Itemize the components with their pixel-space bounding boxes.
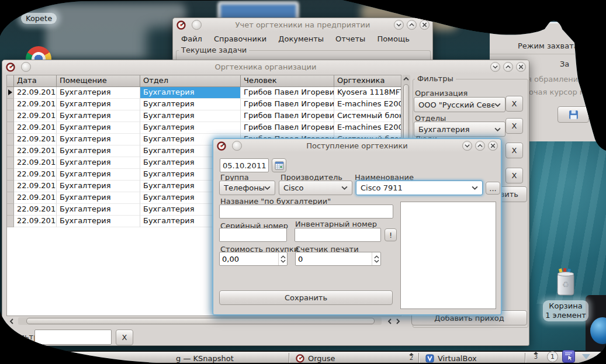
filter-clear-button[interactable]: X bbox=[116, 330, 133, 345]
save-button[interactable]: Сохранить bbox=[219, 290, 393, 305]
cell-room[interactable]: Бухгалтерия bbox=[57, 181, 140, 192]
cell-date[interactable]: 22.09.2011 bbox=[14, 181, 57, 192]
name-combobox[interactable]: Cisco 7911 bbox=[356, 181, 483, 195]
window-menu-button[interactable] bbox=[192, 20, 202, 30]
desktop-icon-trash[interactable]: ♻ Корзина 1 элемент bbox=[541, 268, 591, 321]
date-input[interactable] bbox=[220, 158, 269, 172]
column-header[interactable] bbox=[7, 75, 14, 86]
cell-date[interactable]: 22.09.2011 bbox=[14, 134, 57, 145]
cell-equipment[interactable]: E-machines E200H bbox=[334, 99, 401, 110]
cell-person[interactable]: Грибов Павел Игоревич bbox=[241, 99, 334, 110]
menu-item[interactable]: Отчеты bbox=[330, 33, 371, 44]
serial-input[interactable] bbox=[219, 228, 287, 242]
row-selector[interactable] bbox=[7, 87, 14, 99]
spin-arrows[interactable] bbox=[278, 252, 287, 265]
minimize-button[interactable] bbox=[394, 20, 404, 30]
row-selector[interactable] bbox=[7, 134, 14, 145]
inventory-input[interactable] bbox=[295, 228, 381, 242]
tray-expand-badge[interactable]: 3 bbox=[534, 352, 538, 359]
menu-item[interactable]: Помощь bbox=[371, 33, 415, 44]
window-count-badge[interactable]: 2 bbox=[409, 353, 414, 360]
table-header[interactable]: ДатаПомещениеОтделЧеловекОргтехника bbox=[7, 75, 401, 87]
close-button[interactable] bbox=[516, 62, 526, 72]
cell-equipment[interactable]: Kyosera 1118MFT bbox=[334, 87, 401, 99]
print-counter-value[interactable] bbox=[296, 252, 372, 265]
cell-date[interactable]: 22.09.2011 bbox=[14, 122, 57, 134]
desktop-icon-kopete[interactable]: Kopete bbox=[21, 13, 57, 24]
row-selector[interactable] bbox=[7, 216, 14, 227]
cell-person[interactable]: Грибов Павел Игоревич bbox=[241, 122, 334, 134]
trash-label[interactable]: Корзина 1 элемент bbox=[543, 300, 588, 321]
cell-dept[interactable]: Бухгалтерия bbox=[140, 99, 241, 110]
organization-clear-button[interactable]: X bbox=[505, 96, 523, 112]
cell-room[interactable]: Бухгалтерия bbox=[57, 216, 140, 227]
cell-dept[interactable]: Бухгалтерия bbox=[140, 110, 241, 122]
close-button[interactable] bbox=[420, 20, 430, 30]
titlebar[interactable]: Учет оргтехники на предприятии bbox=[173, 18, 432, 32]
cell-room[interactable]: Бухгалтерия bbox=[57, 122, 140, 134]
minimize-button[interactable] bbox=[490, 62, 500, 72]
maximize-button[interactable] bbox=[475, 141, 485, 151]
row-selector[interactable] bbox=[7, 110, 14, 122]
cell-dept[interactable]: Бухгалтерия bbox=[140, 122, 241, 134]
cell-date[interactable]: 22.09.2011 bbox=[14, 110, 57, 122]
menu-item[interactable]: Документы bbox=[272, 33, 330, 44]
group-combobox[interactable]: Телефоны/С bbox=[219, 181, 275, 195]
cell-room[interactable]: Бухгалтерия bbox=[57, 169, 140, 181]
print-counter-spinbox[interactable] bbox=[295, 252, 381, 266]
row-selector[interactable] bbox=[7, 145, 14, 157]
column-header[interactable]: Оргтехника bbox=[334, 75, 401, 86]
cell-person[interactable]: Грибов Павел Игоревич bbox=[241, 87, 334, 99]
cell-room[interactable]: Бухгалтерия bbox=[57, 134, 140, 145]
filter-input[interactable] bbox=[34, 330, 112, 345]
cell-date[interactable]: 22.09.2011 bbox=[14, 216, 57, 227]
row-selector[interactable] bbox=[7, 192, 14, 204]
row-selector[interactable] bbox=[7, 181, 14, 192]
cell-room[interactable]: Бухгалтерия bbox=[57, 87, 140, 99]
horizontal-scrollbar[interactable] bbox=[6, 317, 403, 325]
save-as-button[interactable] bbox=[557, 106, 589, 123]
taskbar-item-virtualbox[interactable]: VirtualBox bbox=[421, 352, 521, 364]
cell-date[interactable]: 22.09.2011 bbox=[14, 157, 57, 169]
cell-room[interactable]: Бухгалтерия bbox=[57, 99, 140, 110]
items-listbox[interactable] bbox=[400, 202, 496, 309]
departments-clear-button[interactable]: X bbox=[505, 118, 523, 134]
cell-date[interactable]: 22.09.2011 bbox=[14, 192, 57, 204]
spin-arrows[interactable] bbox=[372, 252, 380, 265]
cell-dept[interactable]: Бухгалтерия bbox=[140, 87, 241, 99]
row-selector[interactable] bbox=[7, 99, 14, 110]
cell-date[interactable]: 22.09.2011 bbox=[14, 99, 57, 110]
row-selector[interactable] bbox=[7, 122, 14, 134]
row-selector[interactable] bbox=[7, 157, 14, 169]
maximize-button[interactable] bbox=[503, 62, 513, 72]
titlebar[interactable]: Оргтехника организации bbox=[2, 60, 529, 74]
row-selector[interactable] bbox=[7, 169, 14, 181]
cell-person[interactable]: Грибов Павел Игоревич bbox=[241, 110, 334, 122]
column-header[interactable]: Отдел bbox=[140, 75, 241, 86]
column-header[interactable]: Человек bbox=[241, 75, 334, 86]
cell-equipment[interactable]: E-machines E200H bbox=[334, 122, 401, 134]
row-selector[interactable] bbox=[7, 204, 14, 216]
taskbar-item-ksnapshot[interactable]: g — KSnapshot bbox=[143, 352, 287, 364]
minimize-button[interactable] bbox=[462, 141, 472, 151]
tray-input-icon[interactable] bbox=[562, 350, 575, 363]
tray-arrow-icon[interactable] bbox=[582, 354, 590, 359]
menu-item[interactable]: Справочники bbox=[208, 33, 272, 44]
purchase-cost-spinbox[interactable] bbox=[219, 252, 288, 266]
alert-button[interactable]: ! bbox=[385, 228, 397, 241]
cell-room[interactable]: Бухгалтерия bbox=[57, 110, 140, 122]
cell-room[interactable]: Бухгалтерия bbox=[57, 204, 140, 216]
maximize-button[interactable] bbox=[407, 20, 417, 30]
calendar-button[interactable] bbox=[272, 158, 286, 172]
people-clear-button[interactable]: X bbox=[505, 143, 523, 158]
more-button[interactable]: ... bbox=[486, 182, 500, 195]
cell-date[interactable]: 22.09.2011 bbox=[14, 87, 57, 99]
manufacturer-combobox[interactable]: Cisco bbox=[279, 181, 352, 195]
column-header[interactable]: Помещение bbox=[57, 75, 140, 86]
desktop-pager[interactable]: 1 bbox=[547, 351, 558, 362]
purchase-cost-value[interactable] bbox=[220, 252, 278, 265]
cell-room[interactable]: Бухгалтерия bbox=[57, 192, 140, 204]
window-menu-button[interactable] bbox=[232, 141, 242, 151]
column-header[interactable]: Дата bbox=[14, 75, 57, 86]
taskbar-item-orguse[interactable]: Orguse bbox=[291, 352, 406, 364]
